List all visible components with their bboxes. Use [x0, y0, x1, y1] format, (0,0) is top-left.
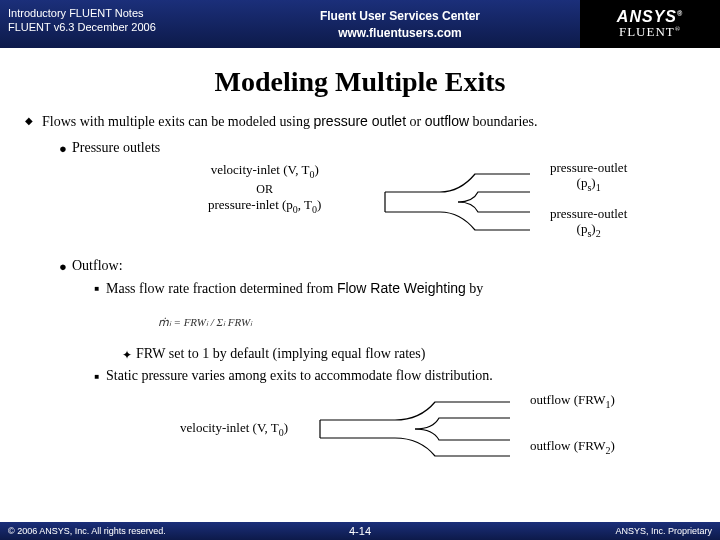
slide-header: Introductory FLUENT Notes FLUENT v6.3 De… — [0, 0, 720, 48]
static-pressure-text: Static pressure varies among exits to ac… — [106, 368, 493, 384]
header-logo: ANSYS® FLUENT® — [580, 0, 720, 48]
header-left: Introductory FLUENT Notes FLUENT v6.3 De… — [0, 0, 220, 48]
diamond-icon: ◆ — [20, 112, 38, 130]
slide-body: ◆ Flows with multiple exits can be model… — [0, 112, 720, 468]
dash-icon: ✦ — [118, 346, 136, 364]
disc-icon: ● — [54, 140, 72, 158]
diagram-pressure-outlet: velocity-inlet (V, T0) OR pressure-inlet… — [80, 160, 696, 250]
diagram-outflow: velocity-inlet (V, T0) outflow (FRW1) ou… — [80, 390, 696, 468]
formula-text: ṁᵢ = FRWᵢ / Σᵢ FRWᵢ — [140, 304, 270, 342]
formula: ṁᵢ = FRWᵢ / Σᵢ FRWᵢ — [140, 304, 696, 342]
outflow-label: Outflow: — [72, 258, 123, 274]
d2-pipe-icon — [315, 392, 515, 466]
square-icon: ■ — [88, 368, 106, 386]
footer-page-number: 4-14 — [349, 525, 371, 537]
intro-text: Flows with multiple exits can be modeled… — [42, 112, 538, 132]
pressure-outlets-label: Pressure outlets — [72, 140, 160, 156]
slide-footer: © 2006 ANSYS, Inc. All rights reserved. … — [0, 522, 720, 540]
bullet-pressure-outlets: ● Pressure outlets — [54, 140, 696, 158]
slide-title: Modeling Multiple Exits — [0, 66, 720, 98]
header-center: Fluent User Services Center www.fluentus… — [220, 0, 580, 48]
bullet-outflow: ● Outflow: — [54, 258, 696, 276]
bullet-mass-flow: ■ Mass flow rate fraction determined fro… — [88, 280, 696, 298]
fluent-logo-text: FLUENT® — [619, 24, 681, 40]
d1-inlet-labels: velocity-inlet (V, T0) OR pressure-inlet… — [208, 162, 321, 216]
square-icon: ■ — [88, 280, 106, 298]
footer-copyright: © 2006 ANSYS, Inc. All rights reserved. — [8, 526, 166, 536]
footer-proprietary: ANSYS, Inc. Proprietary — [615, 526, 712, 536]
header-url: www.fluentusers.com — [338, 26, 462, 40]
d1-pipe-icon — [380, 162, 540, 242]
d2-outflow2-label: outflow (FRW2) — [530, 438, 615, 456]
header-course-title: Introductory FLUENT Notes — [8, 6, 212, 20]
bullet-static-pressure: ■ Static pressure varies among exits to … — [88, 368, 696, 386]
header-version-date: FLUENT v6.3 December 2006 — [8, 20, 212, 34]
intro-bullet: ◆ Flows with multiple exits can be model… — [20, 112, 696, 132]
d1-outlet1-label: pressure-outlet (ps)1 — [550, 160, 627, 194]
d1-outlet2-label: pressure-outlet (ps)2 — [550, 206, 627, 240]
d2-outflow1-label: outflow (FRW1) — [530, 392, 615, 410]
mass-flow-text: Mass flow rate fraction determined from … — [106, 280, 483, 297]
d2-inlet-label: velocity-inlet (V, T0) — [180, 420, 288, 438]
frw-default-text: FRW set to 1 by default (implying equal … — [136, 346, 425, 362]
disc-icon: ● — [54, 258, 72, 276]
bullet-frw-default: ✦ FRW set to 1 by default (implying equa… — [118, 346, 696, 364]
header-service-center: Fluent User Services Center — [320, 9, 480, 23]
